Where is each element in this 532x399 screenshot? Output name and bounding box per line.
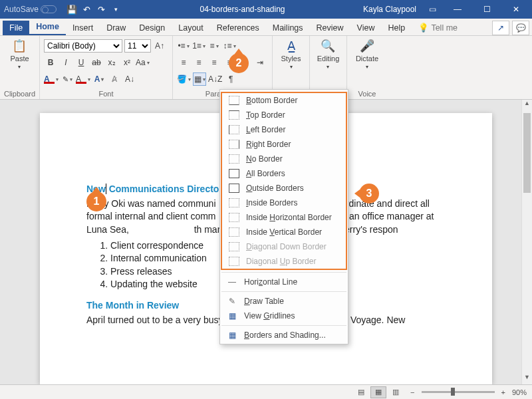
menu-item-label: Diagonal Down Border [246, 242, 327, 251]
font-color-button[interactable]: A [44, 72, 59, 86]
highlight-button[interactable]: ✎ [61, 72, 74, 86]
font-name[interactable]: Calibri (Body) [44, 39, 122, 53]
shading-button[interactable]: 🪣 [177, 72, 191, 86]
print-layout-icon[interactable]: ▦ [370, 386, 386, 398]
menu-item-label: Inside Vertical Border [246, 227, 322, 237]
border-icon [229, 198, 239, 207]
scroll-down-icon[interactable]: ▼ [522, 374, 532, 384]
tell-me[interactable]: 💡 Tell me [412, 20, 464, 35]
tab-layout[interactable]: Layout [172, 21, 210, 35]
align-right-button[interactable]: ≡ [207, 56, 221, 69]
titlebar: AutoSave 💾 ↶ ↷ ▾ 04-borders-and-shading … [0, 0, 532, 19]
menu-icon: ― [227, 277, 237, 287]
zoom-level[interactable]: 90% [512, 388, 527, 396]
superscript-button[interactable]: x² [120, 56, 134, 69]
strike-button[interactable]: ab [90, 56, 103, 69]
border-menu-item[interactable]: Inside Vertical Border [222, 225, 346, 239]
menu-item-label: View Gridlines [244, 311, 295, 321]
undo-icon[interactable]: ↶ [80, 3, 92, 15]
border-menu-item[interactable]: ―Horizontal Line [220, 275, 348, 289]
line-spacing-button[interactable]: ↕≡ [223, 39, 236, 53]
menu-item-label: No Border [246, 154, 283, 164]
menu-item-label: Inside Borders [246, 198, 297, 207]
font-color2-button[interactable]: A [76, 72, 90, 86]
align-left-button[interactable]: ≡ [177, 56, 190, 69]
zoom-out-button[interactable]: − [410, 388, 414, 396]
change-case-button[interactable]: Aa [136, 56, 150, 69]
scroll-thumb[interactable] [523, 113, 531, 193]
sort-button[interactable]: A↓Z [208, 72, 222, 86]
border-icon [229, 140, 239, 149]
menu-item-label: Right Border [246, 140, 291, 149]
ribbon-options-icon[interactable]: ▭ [423, 5, 442, 14]
tab-file[interactable]: File [3, 21, 29, 35]
border-menu-item[interactable]: Outside Borders [222, 181, 346, 196]
shrink-font-icon[interactable]: A↓ [123, 72, 136, 86]
redo-icon[interactable]: ↷ [95, 3, 107, 15]
font-size[interactable]: 11 [124, 39, 151, 53]
align-center-button[interactable]: ≡ [192, 56, 205, 69]
paste-button[interactable]: 📋 Paste▾ [10, 39, 29, 70]
border-menu-item[interactable]: No Border [222, 152, 346, 166]
tab-references[interactable]: References [210, 21, 266, 35]
border-menu-item[interactable]: Left Border [222, 122, 346, 137]
qat-more-icon[interactable]: ▾ [110, 3, 122, 15]
multilevel-button[interactable]: ≡ [207, 39, 221, 53]
web-layout-icon[interactable]: ▥ [388, 386, 404, 398]
minimize-button[interactable]: ― [444, 0, 471, 19]
close-button[interactable]: ✕ [503, 0, 529, 19]
border-menu-item[interactable]: All Borders [222, 166, 346, 181]
underline-button[interactable]: U [74, 56, 88, 69]
subscript-button[interactable]: x₂ [105, 56, 118, 69]
clear-format-button[interactable]: A̷ [108, 72, 121, 86]
border-menu-item[interactable]: Right Border [222, 137, 346, 152]
share-button[interactable]: ↗ [492, 21, 509, 35]
border-menu-item[interactable]: Top Border [222, 108, 346, 122]
zoom-slider[interactable] [422, 391, 495, 393]
maximize-button[interactable]: ☐ [473, 0, 500, 19]
tab-insert[interactable]: Insert [66, 21, 100, 35]
menu-item-label: All Borders [246, 169, 285, 178]
borders-dropdown: Bottom BorderTop BorderLeft BorderRight … [219, 89, 348, 344]
focus-mode-icon[interactable]: ▤ [353, 386, 369, 398]
inc-indent-button[interactable]: ⇥ [253, 56, 267, 69]
autosave-toggle[interactable]: AutoSave [4, 5, 57, 14]
tab-design[interactable]: Design [132, 21, 172, 35]
border-menu-item[interactable]: ▦Borders and Shading... [220, 328, 348, 342]
menu-item-label: Left Border [246, 125, 285, 134]
border-menu-item[interactable]: Inside Borders [222, 196, 346, 210]
border-menu-item[interactable]: Bottom Border [222, 93, 346, 108]
border-menu-item[interactable]: ▦View Gridlines [220, 309, 348, 323]
editing-button[interactable]: 🔍 Editing▾ [317, 39, 340, 70]
tab-help[interactable]: Help [381, 21, 412, 35]
border-menu-item[interactable]: ✎Draw Table [220, 294, 348, 309]
bullets-button[interactable]: •≡ [177, 39, 190, 53]
menu-icon: ▦ [227, 331, 237, 340]
show-marks-button[interactable]: ¶ [224, 72, 237, 86]
group-clipboard: Clipboard [4, 88, 35, 98]
user-name[interactable]: Kayla Claypool [363, 5, 416, 14]
styles-button[interactable]: A̲ Styles▾ [281, 39, 301, 70]
scroll-up-icon[interactable]: ▲ [522, 100, 532, 110]
grow-font-icon[interactable]: A↑ [153, 39, 166, 53]
tab-draw[interactable]: Draw [100, 21, 132, 35]
save-icon[interactable]: 💾 [66, 3, 78, 15]
text-effects-button[interactable]: A [92, 72, 106, 86]
zoom-in-button[interactable]: + [501, 388, 505, 396]
tab-home[interactable]: Home [29, 19, 66, 35]
vertical-scrollbar[interactable]: ▲ ▼ [521, 100, 532, 384]
status-bar: ▤ ▦ ▥ − + 90% [0, 384, 532, 399]
italic-button[interactable]: I [59, 56, 72, 69]
tab-review[interactable]: Review [310, 21, 350, 35]
menu-item-label: Inside Horizontal Border [246, 213, 332, 222]
numbering-button[interactable]: 1≡ [192, 39, 205, 53]
comments-button[interactable]: 💬 [512, 21, 529, 35]
dictate-button[interactable]: 🎤 Dictate▾ [356, 39, 378, 70]
tab-view[interactable]: View [350, 21, 382, 35]
bold-button[interactable]: B [44, 56, 57, 69]
border-menu-item[interactable]: Inside Horizontal Border [222, 210, 346, 225]
callout-1: 1 [86, 192, 106, 211]
callout-3: 3 [359, 184, 379, 203]
borders-button[interactable]: ▦ [193, 72, 206, 86]
tab-mailings[interactable]: Mailings [266, 21, 310, 35]
